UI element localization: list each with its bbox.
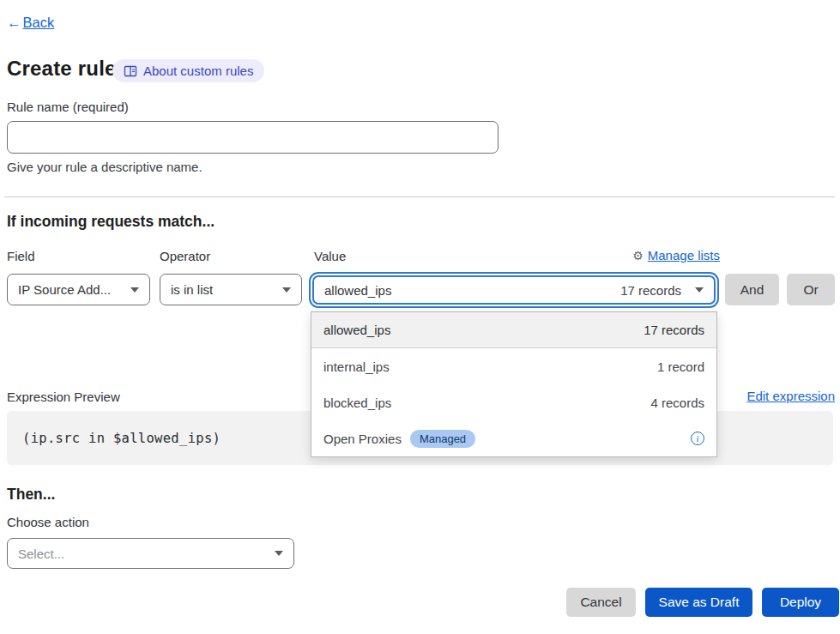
list-item-allowed-ips[interactable]: allowed_ips 17 records bbox=[311, 312, 716, 348]
list-item-records: 1 record bbox=[657, 359, 704, 374]
value-select-value: allowed_ips bbox=[324, 283, 391, 298]
expression-code: (ip.src in $allowed_ips) bbox=[22, 431, 221, 446]
save-as-draft-button[interactable]: Save as Draft bbox=[645, 588, 752, 617]
choose-action-label: Choose action bbox=[7, 515, 89, 529]
list-item-internal-ips[interactable]: internal_ips 1 record bbox=[311, 348, 716, 384]
operator-select[interactable]: is in list bbox=[160, 274, 302, 305]
manage-lists-link[interactable]: ⚙ Manage lists bbox=[632, 248, 720, 263]
list-item-records: 17 records bbox=[644, 323, 704, 337]
gear-icon: ⚙ bbox=[632, 249, 644, 263]
list-item-name: blocked_ips bbox=[323, 395, 391, 410]
managed-badge: Managed bbox=[410, 430, 475, 448]
action-select[interactable]: Select... bbox=[7, 538, 294, 569]
rule-name-label: Rule name (required) bbox=[7, 100, 129, 114]
back-link[interactable]: ←Back bbox=[7, 15, 54, 31]
manage-lists-label: Manage lists bbox=[648, 248, 720, 263]
page-title: Create rule bbox=[7, 57, 117, 81]
info-icon[interactable]: i bbox=[691, 432, 704, 445]
about-custom-rules-link[interactable]: About custom rules bbox=[112, 59, 264, 82]
field-select-value: IP Source Add... bbox=[18, 282, 111, 297]
back-label: Back bbox=[23, 15, 55, 31]
list-item-name: allowed_ips bbox=[323, 323, 390, 337]
match-section-heading: If incoming requests match... bbox=[7, 213, 215, 231]
field-label: Field bbox=[7, 249, 35, 263]
list-item-name: Open Proxies bbox=[323, 432, 402, 446]
or-button[interactable]: Or bbox=[787, 274, 835, 305]
value-select-records: 17 records bbox=[620, 283, 681, 298]
chevron-down-icon bbox=[130, 287, 139, 293]
list-item-name: internal_ips bbox=[323, 359, 390, 374]
back-arrow-icon: ← bbox=[7, 15, 21, 31]
rule-name-input[interactable] bbox=[7, 121, 499, 154]
rule-name-helper: Give your rule a descriptive name. bbox=[7, 160, 202, 174]
value-select[interactable]: allowed_ips 17 records bbox=[312, 275, 716, 305]
list-item-blocked-ips[interactable]: blocked_ips 4 records bbox=[311, 384, 716, 420]
list-item-open-proxies[interactable]: Open Proxies Managed i bbox=[311, 420, 716, 456]
list-item-records: 4 records bbox=[650, 395, 704, 410]
cancel-button[interactable]: Cancel bbox=[566, 588, 636, 617]
deploy-button[interactable]: Deploy bbox=[762, 588, 839, 617]
section-divider bbox=[4, 196, 835, 197]
value-label: Value bbox=[314, 249, 346, 263]
operator-select-value: is in list bbox=[171, 282, 213, 297]
field-select[interactable]: IP Source Add... bbox=[7, 274, 150, 305]
chevron-down-icon bbox=[275, 551, 283, 556]
and-button[interactable]: And bbox=[725, 274, 779, 305]
operator-label: Operator bbox=[160, 249, 210, 263]
about-badge-label: About custom rules bbox=[143, 63, 253, 78]
then-section-heading: Then... bbox=[7, 486, 55, 504]
action-select-placeholder: Select... bbox=[18, 546, 64, 561]
value-dropdown-menu: allowed_ips 17 records internal_ips 1 re… bbox=[311, 311, 717, 457]
edit-expression-link[interactable]: Edit expression bbox=[746, 389, 835, 403]
create-rule-page: ←Back Create rule About custom rules Rul… bbox=[0, 0, 840, 634]
chevron-down-icon bbox=[695, 287, 704, 293]
chevron-down-icon bbox=[282, 287, 291, 293]
expression-preview-label: Expression Preview bbox=[7, 389, 120, 404]
book-icon bbox=[124, 64, 137, 78]
